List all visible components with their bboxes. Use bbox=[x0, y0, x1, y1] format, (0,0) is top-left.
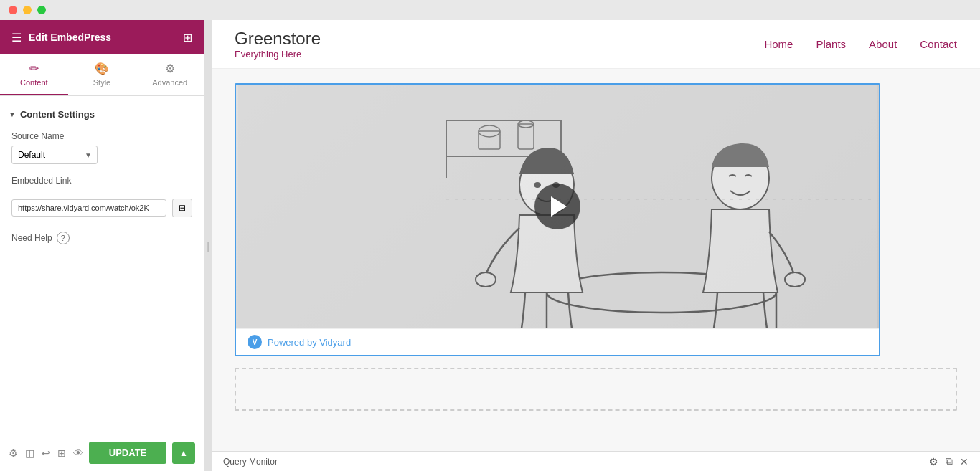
advanced-tab-icon: ⚙ bbox=[165, 62, 175, 75]
video-thumbnail[interactable] bbox=[236, 85, 879, 328]
need-help-section[interactable]: Need Help ? bbox=[0, 223, 204, 253]
tab-style[interactable]: 🎨 Style bbox=[68, 54, 136, 95]
nav-link-home[interactable]: Home bbox=[764, 38, 793, 50]
source-name-select-wrapper: Default ▼ bbox=[11, 146, 98, 164]
need-help-label: Need Help bbox=[11, 233, 52, 243]
close-btn[interactable] bbox=[9, 6, 17, 14]
site-brand: Greenstore Everything Here bbox=[235, 29, 321, 60]
source-name-select[interactable]: Default bbox=[11, 146, 98, 164]
sidebar-footer: ⚙ ◫ ↩ ⊞ 👁 UPDATE ▲ bbox=[0, 434, 204, 471]
vidyard-footer: V Powered by Vidyard bbox=[236, 328, 879, 355]
play-button[interactable] bbox=[534, 184, 580, 229]
svg-point-15 bbox=[476, 272, 496, 287]
section-arrow-icon: ▼ bbox=[9, 110, 16, 118]
embedded-link-group: Embedded Link bbox=[0, 170, 204, 196]
sidebar-title: Edit EmbedPress bbox=[29, 32, 111, 43]
tab-style-label: Style bbox=[93, 78, 110, 87]
site-name: Greenstore bbox=[235, 29, 321, 49]
query-monitor-icons: ⚙ ⧉ ✕ bbox=[929, 455, 969, 467]
preview-nav: Greenstore Everything Here Home Plants A… bbox=[212, 20, 980, 69]
sidebar-header: ☰ Edit EmbedPress ⊞ bbox=[0, 20, 204, 54]
section-header-content-settings[interactable]: ▼ Content Settings bbox=[0, 103, 204, 125]
tab-bar: ✏ Content 🎨 Style ⚙ Advanced bbox=[0, 54, 204, 96]
hamburger-icon[interactable]: ☰ bbox=[11, 31, 22, 44]
update-arrow-button[interactable]: ▲ bbox=[172, 442, 195, 464]
footer-icons: ⚙ ◫ ↩ ⊞ 👁 bbox=[9, 447, 83, 459]
settings-footer-icon[interactable]: ⚙ bbox=[9, 447, 18, 459]
sidebar-drag-handle[interactable] bbox=[204, 20, 212, 471]
embedded-link-row: ⊟ bbox=[0, 196, 204, 223]
nav-link-contact[interactable]: Contact bbox=[920, 38, 957, 50]
update-button[interactable]: UPDATE bbox=[89, 442, 166, 464]
sidebar-content: ▼ Content Settings Source Name Default ▼… bbox=[0, 96, 204, 434]
grid-footer-icon[interactable]: ⊞ bbox=[57, 447, 66, 459]
vidyard-logo-icon: V bbox=[248, 335, 262, 349]
copy-link-button[interactable]: ⊟ bbox=[172, 199, 192, 217]
nav-link-plants[interactable]: Plants bbox=[816, 38, 846, 50]
grid-icon[interactable]: ⊞ bbox=[183, 31, 192, 44]
site-nav: Home Plants About Contact bbox=[764, 38, 957, 50]
main-layout: ☰ Edit EmbedPress ⊞ ✏ Content 🎨 Style ⚙ … bbox=[0, 20, 980, 471]
source-name-group: Source Name Default ▼ bbox=[0, 125, 204, 170]
content-tab-icon: ✏ bbox=[29, 62, 39, 75]
tab-content-label: Content bbox=[20, 78, 48, 87]
layers-footer-icon[interactable]: ◫ bbox=[25, 447, 34, 459]
sidebar-header-left: ☰ Edit EmbedPress bbox=[11, 31, 111, 44]
site-tagline: Everything Here bbox=[235, 49, 321, 60]
query-monitor-bar: Query Monitor ⚙ ⧉ ✕ bbox=[212, 451, 980, 471]
tab-advanced-label: Advanced bbox=[152, 78, 187, 87]
tab-content[interactable]: ✏ Content bbox=[0, 54, 68, 95]
embed-block: V Powered by Vidyard bbox=[235, 83, 880, 356]
query-monitor-label: Query Monitor bbox=[223, 457, 278, 467]
style-tab-icon: 🎨 bbox=[95, 62, 109, 75]
canvas-area: Greenstore Everything Here Home Plants A… bbox=[212, 20, 980, 471]
video-container bbox=[236, 85, 879, 328]
eye-footer-icon[interactable]: 👁 bbox=[73, 447, 83, 459]
tab-advanced[interactable]: ⚙ Advanced bbox=[136, 54, 204, 95]
powered-by-vidyard[interactable]: Powered by Vidyard bbox=[268, 337, 351, 348]
qm-close-icon[interactable]: ✕ bbox=[960, 456, 969, 467]
play-triangle-icon bbox=[551, 196, 567, 217]
svg-point-17 bbox=[785, 272, 805, 287]
titlebar bbox=[0, 0, 980, 20]
undo-footer-icon[interactable]: ↩ bbox=[42, 447, 50, 459]
minimize-btn[interactable] bbox=[23, 6, 32, 14]
qm-settings-icon[interactable]: ⚙ bbox=[929, 456, 938, 467]
embedded-link-input[interactable] bbox=[11, 199, 166, 217]
empty-block bbox=[235, 368, 957, 411]
maximize-btn[interactable] bbox=[37, 6, 46, 14]
svg-point-13 bbox=[534, 182, 541, 188]
help-icon[interactable]: ? bbox=[57, 232, 70, 244]
section-header-label: Content Settings bbox=[20, 109, 95, 120]
qm-expand-icon[interactable]: ⧉ bbox=[946, 455, 953, 467]
source-name-label: Source Name bbox=[11, 131, 192, 141]
embedded-link-label: Embedded Link bbox=[11, 176, 192, 186]
sidebar: ☰ Edit EmbedPress ⊞ ✏ Content 🎨 Style ⚙ … bbox=[0, 20, 204, 471]
nav-link-about[interactable]: About bbox=[869, 38, 897, 50]
canvas-content: V Powered by Vidyard bbox=[212, 69, 980, 451]
